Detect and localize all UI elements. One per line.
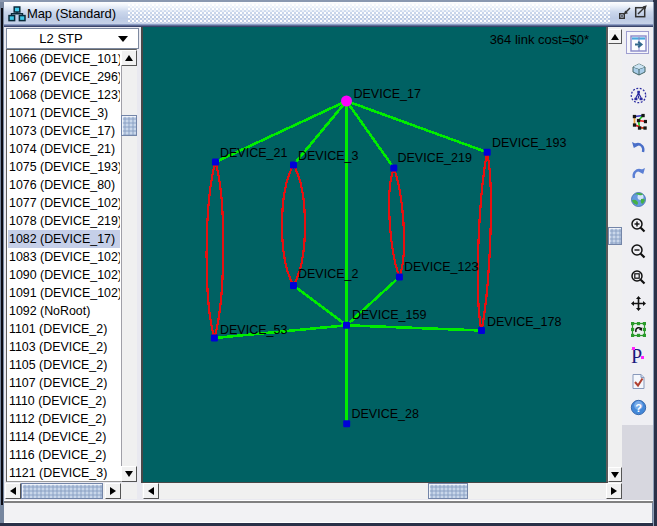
svg-text:DEVICE_28: DEVICE_28 xyxy=(352,407,419,421)
svg-text:DEVICE_21: DEVICE_21 xyxy=(220,146,287,160)
svg-text:?: ? xyxy=(635,402,642,414)
svg-text:364 link cost=$0*: 364 link cost=$0* xyxy=(490,32,589,47)
svg-text:DEVICE_219: DEVICE_219 xyxy=(398,151,472,165)
svg-text:DEVICE_53: DEVICE_53 xyxy=(220,323,287,337)
svg-text:DEVICE_178: DEVICE_178 xyxy=(487,315,561,329)
svg-text:DEVICE_159: DEVICE_159 xyxy=(352,308,426,322)
svg-text:DEVICE_123: DEVICE_123 xyxy=(404,260,478,274)
svg-text:DEVICE_193: DEVICE_193 xyxy=(492,136,566,150)
svg-text:DEVICE_17: DEVICE_17 xyxy=(354,87,421,101)
svg-text:DEVICE_2: DEVICE_2 xyxy=(298,267,358,281)
svg-text:DEVICE_3: DEVICE_3 xyxy=(298,149,358,163)
